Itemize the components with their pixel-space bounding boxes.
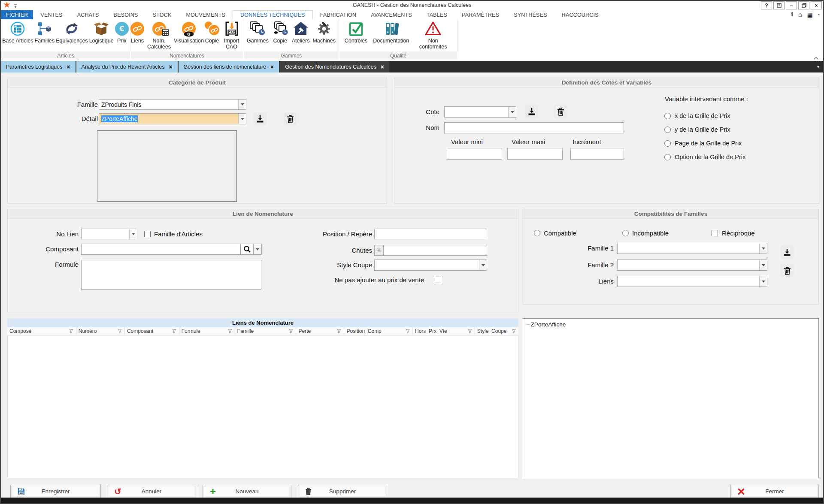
column-style-coupe[interactable]: Style_Coupe [475,327,518,335]
menu-fabrication[interactable]: FABRICATION [313,10,364,19]
delete-compatibilite-button[interactable] [781,264,794,277]
column-position-comp[interactable]: Position_Comp [344,327,413,335]
tab-list-caret-icon[interactable]: ▼ [816,65,820,69]
restore-button[interactable] [798,1,809,9]
no-lien-combobox[interactable] [81,229,137,239]
annuler-button[interactable]: ↺ Annuler [107,485,196,498]
menu-syntheses[interactable]: SYNTHÈSES [506,10,554,19]
close-window-button[interactable]: × [811,1,822,9]
filter-icon[interactable] [69,329,73,333]
ribbon-import-cao[interactable]: CAO Import CAO [220,21,243,50]
formule-textarea[interactable] [81,260,261,290]
dropdown-arrow-icon[interactable] [254,244,261,254]
famille-combobox[interactable]: ZProduits Finis [99,99,246,110]
save-cote-button[interactable] [525,105,538,118]
close-tab-icon[interactable]: × [169,63,172,70]
close-tab-icon[interactable]: × [381,63,384,70]
column-compose[interactable]: Composé [7,327,76,335]
tree-node-root[interactable]: ┄ ZPorteAffiche [527,321,566,328]
enregistrer-button[interactable]: Enregistrer [10,485,101,498]
menu-ventes[interactable]: VENTES [33,10,70,19]
menu-tables[interactable]: TABLES [419,10,454,19]
ribbon-pin-button[interactable] [773,1,785,9]
famille-articles-checkbox[interactable] [144,231,151,237]
chutes-input[interactable] [383,245,487,256]
grid-body[interactable] [7,335,518,478]
ribbon-familles[interactable]: Familles [35,21,55,44]
nom-input[interactable] [444,122,624,133]
home-icon[interactable]: ⌂ [798,11,802,18]
column-famille[interactable]: Famille [235,327,297,335]
menu-stock[interactable]: STOCK [145,10,179,19]
nomenclature-treeview[interactable]: ┄ ZPorteAffiche [523,318,819,478]
column-numero[interactable]: Numéro [76,327,125,335]
liens-combobox[interactable] [617,276,767,287]
ribbon-machines[interactable]: Machines [312,21,336,44]
filter-icon[interactable] [512,329,516,333]
tab-parametres-logistiques[interactable]: Paramètres Logistiques × [1,61,76,72]
menu-donnees-techniques[interactable]: DONNÉES TECHNIQUES [233,10,313,19]
menu-fichier[interactable]: FICHIER [1,10,33,19]
ribbon-liens[interactable]: Liens [130,21,144,44]
calculator-grid-icon[interactable]: ▦ [807,11,813,18]
dropdown-arrow-icon[interactable] [759,276,767,287]
menu-mouvements[interactable]: MOUVEMENTS [179,10,233,19]
ribbon-copie-nomenclature[interactable]: Copie [204,21,220,44]
search-options-dropdown[interactable] [254,244,262,255]
reciproque-checkbox[interactable] [712,230,718,236]
menu-parametres[interactable]: PARAMÈTRES [454,10,506,19]
filter-icon[interactable] [289,329,293,333]
ribbon-base-articles[interactable]: Base Articles [2,21,33,44]
dropdown-arrow-icon[interactable] [129,229,137,239]
filter-icon[interactable] [228,329,232,333]
composant-input[interactable] [81,244,240,255]
tab-gestion-liens-nomenclature[interactable]: Gestion des liens de nomenclature × [179,61,279,72]
menu-raccourcis[interactable]: RACCOURCIS [554,10,606,19]
dropdown-arrow-icon[interactable] [238,100,246,109]
valeur-maxi-input[interactable] [507,148,563,160]
delete-detail-button[interactable] [284,112,297,125]
dropdown-arrow-icon[interactable] [759,243,767,254]
column-hors-prx-vte[interactable]: Hors_Prx_Vte [413,327,475,335]
filter-icon[interactable] [118,329,122,333]
ribbon-ateliers[interactable]: Ateliers [292,21,310,44]
position-repere-input[interactable] [374,229,487,239]
close-tab-icon[interactable]: × [67,63,70,70]
cote-combobox[interactable] [444,106,516,118]
save-compatibilite-button[interactable] [781,246,794,259]
radio-x-grille[interactable] [664,113,671,119]
close-tab-icon[interactable]: × [270,63,274,70]
nouveau-button[interactable]: + Nouveau [203,485,291,498]
info-icon[interactable]: i [791,11,793,18]
column-formule[interactable]: Formule [179,327,235,335]
ribbon-logistique[interactable]: Logistique [89,21,114,44]
fermer-button[interactable]: Fermer [730,485,819,498]
menu-achats[interactable]: ACHATS [70,10,106,19]
tab-gestion-nomenclatures-calculees[interactable]: Gestion des Nomenclatures Calculées × [280,61,389,72]
ribbon-visualisation[interactable]: Visualisation [174,21,204,44]
chevron-down-icon[interactable]: ▾ [818,12,820,16]
column-composant[interactable]: Composant [125,327,179,335]
compatible-radio[interactable] [534,230,540,236]
menu-besoins[interactable]: BESOINS [106,10,145,19]
column-perte[interactable]: Perte [296,327,344,335]
ribbon-equivalences[interactable]: Equivalences [56,21,88,44]
menu-avancements[interactable]: AVANCEMENTS [364,10,419,19]
radio-y-grille[interactable] [664,127,671,133]
radio-page-grille[interactable] [664,140,671,147]
dropdown-arrow-icon[interactable] [479,260,487,270]
filter-icon[interactable] [337,329,341,333]
search-composant-button[interactable] [240,244,254,255]
minimize-button[interactable]: – [786,1,797,9]
incompatible-radio[interactable] [622,230,629,236]
dropdown-arrow-icon[interactable] [508,107,516,117]
valeur-mini-input[interactable] [447,148,502,160]
ribbon-gammes[interactable]: Gammes [247,21,269,44]
help-button[interactable]: ? [761,1,772,9]
ribbon-non-conformites[interactable]: Non conformités [415,21,451,50]
dropdown-arrow-icon[interactable] [238,114,246,124]
filter-icon[interactable] [468,329,472,333]
tab-analyse-prix-revient[interactable]: Analyse du Prix de Revient Articles × [76,61,178,72]
filter-icon[interactable] [172,329,176,333]
radio-option-grille[interactable] [664,154,671,160]
